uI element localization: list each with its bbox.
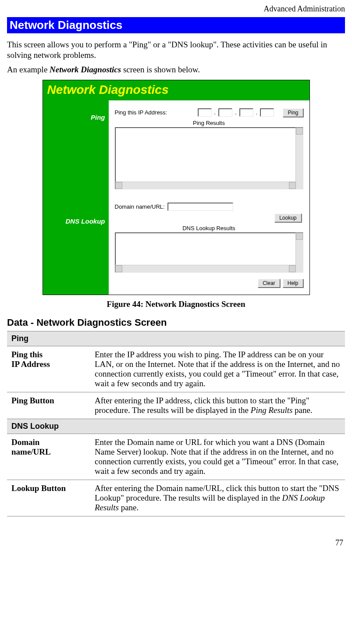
ping-results-textarea[interactable] [115, 127, 303, 189]
row3-value: Enter the Domain name or URL for which y… [90, 434, 345, 480]
sidebar-label-dns: DNS Lookup [43, 121, 109, 225]
row3-key-line1: Domain [11, 438, 39, 447]
ping-ip-label: Ping this IP Address: [115, 109, 167, 116]
intro2-pre: An example [7, 65, 50, 74]
screenshot-container: Network Diagnostics Ping DNS Lookup Ping… [43, 80, 310, 295]
row2-key: Ping Button [7, 392, 90, 419]
intro2-post: screen is shown below. [121, 65, 200, 74]
dot-icon: . [256, 109, 258, 116]
row2-em: Ping Results [251, 406, 293, 415]
ping-ip-octet-3[interactable] [239, 108, 253, 117]
intro2-emph: Network Diagnostics [50, 65, 121, 74]
screenshot-title: Network Diagnostics [47, 83, 169, 96]
lookup-button[interactable]: Lookup [274, 213, 301, 222]
data-table: Ping Ping this IP Address Enter the IP a… [7, 331, 345, 516]
table-row: Ping Button After entering the IP addres… [7, 392, 345, 419]
dns-domain-input[interactable] [167, 203, 233, 211]
row4-value: After entering the Domain name/URL, clic… [90, 480, 345, 516]
row1-key-line2: IP Address [11, 359, 50, 369]
table-row: Domain name/URL Enter the Domain name or… [7, 434, 345, 480]
intro-paragraph-2: An example Network Diagnostics screen is… [7, 65, 345, 75]
scrollbar-horizontal-icon[interactable] [115, 181, 296, 189]
scrollbar-horizontal-icon[interactable] [115, 265, 296, 272]
intro-paragraph-1: This screen allows you to perform a "Pin… [7, 39, 345, 60]
dot-icon: . [214, 109, 216, 116]
figure-caption: Figure 44: Network Diagnostics Screen [7, 299, 345, 309]
ping-button[interactable]: Ping [283, 108, 303, 117]
dns-domain-label: Domain name/URL: [115, 203, 165, 210]
scrollbar-vertical-icon[interactable] [295, 128, 303, 182]
ping-ip-octet-2[interactable] [218, 108, 232, 117]
dns-results-label: DNS Lookup Results [115, 225, 303, 231]
row1-key-line1: Ping this [11, 350, 43, 359]
sidebar-label-ping: Ping [43, 100, 109, 121]
row4-post: pane. [119, 503, 139, 512]
table-group-ping: Ping [7, 331, 345, 346]
row2-post: pane. [292, 406, 312, 415]
dot-icon: . [235, 109, 237, 116]
ping-ip-octet-1[interactable] [198, 108, 212, 117]
scrollbar-corner [296, 265, 303, 272]
table-row: Lookup Button After entering the Domain … [7, 480, 345, 516]
breadcrumb: Advanced Administration [7, 4, 345, 14]
row3-key-line2: name/URL [11, 447, 51, 456]
row1-value: Enter the IP address you wish to ping. T… [90, 346, 345, 392]
ping-results-label: Ping Results [115, 120, 303, 126]
data-section-heading: Data - Network Diagnostics Screen [7, 317, 345, 328]
row4-key: Lookup Button [7, 480, 90, 516]
clear-button[interactable]: Clear [258, 279, 280, 288]
screenshot-sidebar: Ping DNS Lookup [43, 100, 109, 295]
scrollbar-corner [296, 182, 303, 189]
table-group-dns: DNS Lookup [7, 419, 345, 434]
ping-ip-octet-4[interactable] [260, 108, 274, 117]
table-row: Ping this IP Address Enter the IP addres… [7, 346, 345, 392]
dns-results-textarea[interactable] [115, 232, 303, 273]
help-button[interactable]: Help [283, 279, 303, 288]
row2-value: After entering the IP address, click thi… [90, 392, 345, 419]
scrollbar-vertical-icon[interactable] [295, 233, 303, 265]
page-number: 77 [7, 538, 345, 548]
section-title: Network Diagnostics [7, 17, 345, 33]
